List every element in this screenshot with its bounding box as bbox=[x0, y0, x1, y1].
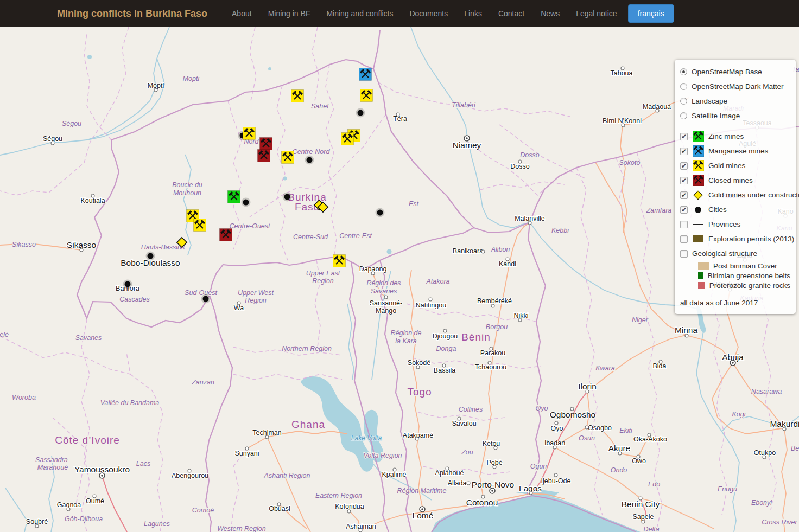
map-label-region: Centre-Nord bbox=[293, 148, 331, 156]
town-dot bbox=[585, 426, 588, 429]
map-label-region: Region bbox=[312, 277, 334, 285]
map-label-region: Ekiti bbox=[619, 427, 633, 434]
map-label-city: Allada bbox=[448, 479, 467, 487]
map-label-region: Tillabéri bbox=[452, 101, 476, 109]
map-label-region: Borgou bbox=[486, 323, 508, 331]
map-label-region: Oyo bbox=[536, 405, 548, 412]
nav-item-news[interactable]: News bbox=[532, 1, 568, 26]
nav-item-mining-in-bf[interactable]: Mining in BF bbox=[260, 1, 319, 26]
overlay-option[interactable]: ✔Zinc mines bbox=[680, 129, 790, 144]
nav-item-links[interactable]: Links bbox=[456, 1, 490, 26]
base-layer-option[interactable]: OpenStreetMap Dark Matter bbox=[680, 79, 790, 94]
checkbox-checked[interactable]: ✔ bbox=[680, 133, 688, 140]
checkbox-checked[interactable]: ✔ bbox=[680, 177, 688, 184]
city-dot-marker[interactable] bbox=[284, 194, 290, 200]
mine-marker-closed[interactable] bbox=[258, 150, 270, 162]
base-layer-option[interactable]: OpenStreetMap Base bbox=[680, 65, 790, 79]
map-label-region: Nasarawa bbox=[751, 388, 782, 395]
checkbox-unchecked[interactable] bbox=[680, 221, 688, 228]
mine-marker-gold[interactable] bbox=[333, 255, 346, 267]
map-label-region: Région des bbox=[366, 279, 401, 287]
capital-marker-dot bbox=[421, 508, 423, 510]
map-label-citybig: Benin City bbox=[622, 499, 660, 509]
base-layer-option[interactable]: Landscape bbox=[680, 94, 790, 108]
nav-item-legal-notice[interactable]: Legal notice bbox=[568, 1, 625, 26]
map-label-region: élé bbox=[0, 331, 9, 338]
map-label-city: Koutiala bbox=[80, 197, 105, 204]
radio-button-selected[interactable] bbox=[680, 68, 687, 75]
map-label-region: Osun bbox=[579, 434, 595, 442]
map-label-city: Bida bbox=[652, 362, 666, 370]
mine-marker-gold[interactable] bbox=[291, 90, 304, 102]
checkbox-unchecked[interactable] bbox=[680, 235, 688, 243]
mine-marker-closed[interactable] bbox=[220, 229, 232, 241]
town-dot bbox=[783, 427, 786, 431]
capital-marker-dot bbox=[732, 362, 734, 364]
map-label-region: Eastern Region bbox=[315, 492, 362, 499]
map-label-region: Ségou bbox=[62, 120, 81, 127]
overlay-option[interactable]: Geological structure bbox=[680, 246, 790, 261]
overlay-option[interactable]: ✔Closed mines bbox=[680, 173, 790, 188]
city-dot-marker[interactable] bbox=[358, 110, 364, 116]
radio-button[interactable] bbox=[680, 98, 687, 105]
map-label-region: Région Maritime bbox=[397, 487, 446, 495]
checkbox-checked[interactable]: ✔ bbox=[680, 162, 688, 170]
map-label-city: Téra bbox=[393, 115, 407, 123]
town-dot bbox=[393, 468, 396, 471]
town-dot bbox=[245, 447, 249, 450]
map-label-city: Kandi bbox=[499, 260, 516, 268]
mine-marker-zinc[interactable] bbox=[228, 191, 240, 203]
map-label-region: Zou bbox=[461, 448, 473, 456]
map[interactable]: BurkinaFasoGhanaTogoBéninCôte d’IvoireMo… bbox=[0, 27, 799, 532]
nav-item-about[interactable]: About bbox=[224, 1, 260, 26]
radio-button[interactable] bbox=[680, 112, 687, 119]
checkbox-checked[interactable]: ✔ bbox=[680, 191, 688, 199]
base-layer-label: Satellite Image bbox=[692, 112, 740, 120]
mine-marker-gold[interactable] bbox=[360, 89, 373, 102]
town-dot bbox=[506, 258, 509, 261]
overlay-label: Zinc mines bbox=[708, 132, 744, 140]
city-dot-marker[interactable] bbox=[243, 200, 249, 206]
mine-marker-gold[interactable] bbox=[282, 151, 294, 164]
base-layer-option[interactable]: Satellite Image bbox=[680, 108, 790, 123]
overlay-option[interactable]: ✔Gold mines under construction bbox=[680, 188, 790, 202]
city-dot-marker[interactable] bbox=[307, 157, 313, 163]
checkbox-checked[interactable]: ✔ bbox=[680, 148, 688, 155]
mine-marker-gold[interactable] bbox=[194, 219, 206, 232]
mine-marker-manganese[interactable] bbox=[359, 68, 372, 81]
swatch-icon bbox=[698, 272, 703, 279]
language-button[interactable]: français bbox=[628, 4, 674, 23]
city-dot-marker[interactable] bbox=[377, 210, 383, 216]
capital-marker-dot bbox=[491, 490, 493, 492]
town-dot bbox=[458, 417, 461, 420]
checkbox-checked[interactable]: ✔ bbox=[680, 206, 688, 214]
map-label-city: Banikoara bbox=[453, 247, 483, 255]
map-label-region: Ondo bbox=[611, 466, 627, 474]
overlay-option[interactable]: Provinces bbox=[680, 217, 790, 232]
city-dot-marker[interactable] bbox=[148, 253, 154, 259]
nav-item-contact[interactable]: Contact bbox=[490, 1, 532, 26]
overlay-option[interactable]: ✔Manganese mines bbox=[680, 144, 790, 158]
map-label-region: Western Region bbox=[217, 525, 265, 532]
map-label-region: Donga bbox=[436, 345, 456, 352]
mine-marker-gold[interactable] bbox=[341, 133, 354, 145]
overlay-option[interactable]: ✔Gold mines bbox=[680, 158, 790, 173]
town-dot bbox=[277, 503, 281, 506]
nav-item-documents[interactable]: Documents bbox=[401, 1, 456, 26]
navbar: Mining conflicts in Burkina Faso AboutMi… bbox=[0, 0, 799, 27]
map-label-region: Cascades bbox=[119, 296, 150, 303]
nav-item-mining-and-conflicts[interactable]: Mining and conflicts bbox=[318, 1, 401, 26]
geology-legend-label: Birimian greenstone belts bbox=[708, 272, 790, 280]
mine-marker-closed[interactable] bbox=[260, 138, 272, 150]
town-dot bbox=[763, 456, 766, 459]
mine-marker-gold[interactable] bbox=[243, 127, 256, 140]
overlay-option[interactable]: Exploration permits (2013) bbox=[680, 232, 790, 246]
overlay-option[interactable]: ✔Cities bbox=[680, 202, 790, 217]
radio-button[interactable] bbox=[680, 83, 687, 90]
city-dot-marker[interactable] bbox=[125, 281, 131, 287]
city-dot-marker[interactable] bbox=[203, 296, 209, 302]
checkbox-unchecked[interactable] bbox=[680, 250, 688, 258]
map-label-city: Sunyani bbox=[234, 450, 259, 457]
mine-legend-icon bbox=[692, 175, 704, 186]
map-label-region: Woroba bbox=[12, 394, 36, 401]
